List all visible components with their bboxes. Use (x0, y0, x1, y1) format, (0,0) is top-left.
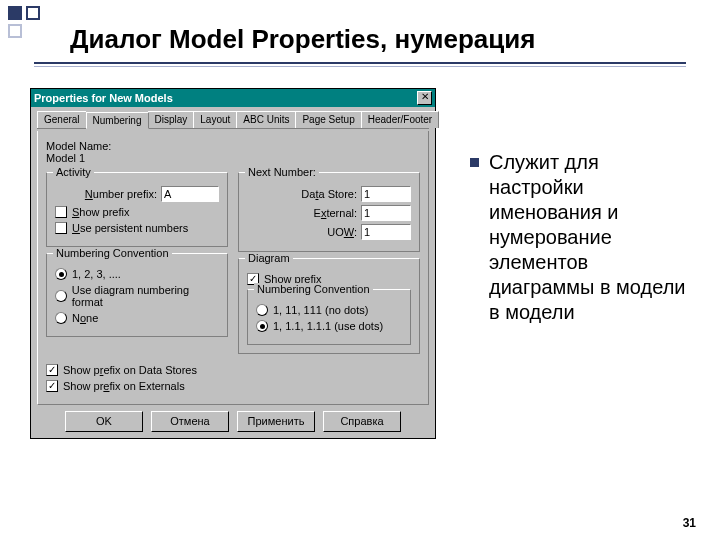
apply-button[interactable]: Применить (237, 411, 315, 432)
show-prefix-label: Show prefix (72, 206, 129, 218)
uow-label: UOW: (247, 226, 357, 238)
model-name-label: Model Name: (46, 140, 420, 152)
bullet-item: Служит для настройки именования и нумеро… (470, 150, 690, 325)
nc-opt1-label: 1, 2, 3, .... (72, 268, 121, 280)
radio-icon (256, 320, 268, 332)
show-prefix-ds-row[interactable]: ✓ Show prefix on Data Stores (46, 364, 420, 376)
nc-opt2-row[interactable]: Use diagram numbering format (55, 284, 219, 308)
radio-icon (55, 290, 67, 302)
properties-dialog: Properties for New Models ✕ General Numb… (30, 88, 436, 439)
model-name-value: Model 1 (46, 152, 420, 164)
tab-page-numbering: Model Name: Model 1 Activity Number pref… (37, 131, 429, 405)
tab-header-footer[interactable]: Header/Footer (361, 111, 439, 128)
slide-corner-decoration (8, 6, 56, 44)
bullet-square-icon (470, 158, 479, 167)
group-numbering-convention: Numbering Convention 1, 2, 3, .... Use d… (46, 253, 228, 337)
tab-strip: General Numbering Display Layout ABC Uni… (37, 111, 429, 129)
group-activity-legend: Activity (53, 166, 94, 178)
ok-button[interactable]: OK (65, 411, 143, 432)
diagram-nc-opt1-label: 1, 11, 111 (no dots) (273, 304, 368, 316)
data-store-label: Data Store: (247, 188, 357, 200)
external-input[interactable] (361, 205, 411, 221)
dialog-title: Properties for New Models (34, 92, 173, 104)
dialog-titlebar[interactable]: Properties for New Models ✕ (31, 89, 435, 107)
help-button[interactable]: Справка (323, 411, 401, 432)
diagram-nc-opt1-row[interactable]: 1, 11, 111 (no dots) (256, 304, 402, 316)
external-label: External: (247, 207, 357, 219)
show-prefix-ds-label: Show prefix on Data Stores (63, 364, 197, 376)
group-diagram-nc-legend: Numbering Convention (254, 283, 373, 295)
close-icon[interactable]: ✕ (417, 91, 432, 105)
use-persistent-check-row[interactable]: Use persistent numbers (55, 222, 219, 234)
number-prefix-input[interactable] (161, 186, 219, 202)
checkbox-icon: ✓ (46, 380, 58, 392)
nc-opt3-row[interactable]: None (55, 312, 219, 324)
group-diagram: Diagram ✓ Show prefix Numbering Conventi… (238, 258, 420, 354)
nc-opt1-row[interactable]: 1, 2, 3, .... (55, 268, 219, 280)
diagram-nc-opt2-label: 1, 1.1, 1.1.1 (use dots) (273, 320, 383, 332)
show-prefix-check-row[interactable]: Show prefix (55, 206, 219, 218)
number-prefix-label: Number prefix: (55, 188, 157, 200)
data-store-input[interactable] (361, 186, 411, 202)
tab-general[interactable]: General (37, 111, 87, 128)
cancel-button[interactable]: Отмена (151, 411, 229, 432)
group-next-number-legend: Next Number: (245, 166, 319, 178)
group-diagram-legend: Diagram (245, 252, 293, 264)
checkbox-icon: ✓ (46, 364, 58, 376)
group-nc-legend: Numbering Convention (53, 247, 172, 259)
title-rule (34, 62, 686, 64)
tab-numbering[interactable]: Numbering (86, 112, 149, 129)
radio-icon (55, 268, 67, 280)
diagram-nc-opt2-row[interactable]: 1, 1.1, 1.1.1 (use dots) (256, 320, 402, 332)
bullet-text: Служит для настройки именования и нумеро… (489, 150, 690, 325)
show-prefix-ext-label: Show prefix on Externals (63, 380, 185, 392)
uow-input[interactable] (361, 224, 411, 240)
show-prefix-ext-row[interactable]: ✓ Show prefix on Externals (46, 380, 420, 392)
tab-abc-units[interactable]: ABC Units (236, 111, 296, 128)
tab-display[interactable]: Display (148, 111, 195, 128)
use-persistent-label: Use persistent numbers (72, 222, 188, 234)
title-rule-thin (34, 66, 686, 67)
tab-page-setup[interactable]: Page Setup (295, 111, 361, 128)
dialog-button-row: OK Отмена Применить Справка (37, 411, 429, 432)
radio-icon (256, 304, 268, 316)
page-number: 31 (683, 516, 696, 530)
checkbox-icon (55, 206, 67, 218)
group-diagram-nc: Numbering Convention 1, 11, 111 (no dots… (247, 289, 411, 345)
checkbox-icon (55, 222, 67, 234)
group-next-number: Next Number: Data Store: External: UOW: (238, 172, 420, 252)
nc-opt3-label: None (72, 312, 98, 324)
radio-icon (55, 312, 67, 324)
nc-opt2-label: Use diagram numbering format (72, 284, 219, 308)
slide-title: Диалог Model Properties, нумерация (70, 24, 535, 55)
group-activity: Activity Number prefix: Show prefix Use … (46, 172, 228, 247)
tab-layout[interactable]: Layout (193, 111, 237, 128)
